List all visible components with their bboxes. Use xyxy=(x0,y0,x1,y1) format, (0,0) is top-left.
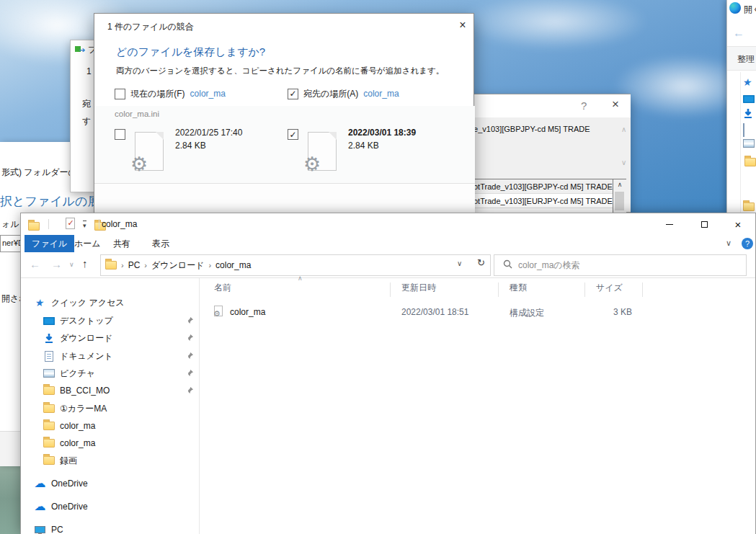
search-input[interactable]: color_maの検索 xyxy=(494,254,747,276)
desktop-icon xyxy=(43,315,55,326)
folder-icon xyxy=(105,261,117,270)
back-icon[interactable]: ← xyxy=(30,259,40,270)
up-icon[interactable]: ↑ xyxy=(82,258,88,269)
pin-icon xyxy=(186,334,194,344)
column-divider[interactable] xyxy=(642,282,643,297)
checkbox[interactable] xyxy=(115,89,125,99)
scrollbar-thumb[interactable] xyxy=(615,192,624,210)
folder-link[interactable]: color_ma xyxy=(363,89,399,99)
column-divider[interactable] xyxy=(498,282,499,297)
sidebar-item-desktop[interactable]: デスクトップ xyxy=(43,313,197,328)
folder-icon[interactable] xyxy=(744,158,756,166)
gear-icon: ⚙ xyxy=(130,155,148,174)
close-button[interactable]: × xyxy=(452,17,473,34)
sidebar-item-onedrive[interactable]: ☁ OneDrive xyxy=(34,476,197,491)
copy-dialog-text: 宛 xyxy=(82,98,91,110)
option-destination-location[interactable]: ✓ 宛先の場所(A) color_ma xyxy=(288,87,399,100)
sidebar-item-quick-access[interactable]: ★ クイック アクセス xyxy=(34,295,197,310)
checkbox[interactable] xyxy=(115,129,125,140)
pictures-icon[interactable] xyxy=(743,139,755,148)
file-comparison-section: color_ma.ini ⚙ 2022/01/25 17:40 2.84 KB … xyxy=(94,106,475,183)
folder-link[interactable]: color_ma xyxy=(190,89,226,99)
folder-icon[interactable] xyxy=(743,203,755,211)
column-divider[interactable] xyxy=(390,282,391,297)
organize-button[interactable]: 整理 xyxy=(737,53,755,66)
sidebar-item-downloads[interactable]: ダウンロード xyxy=(43,331,197,345)
close-icon: × xyxy=(459,19,466,31)
desktop-icon[interactable] xyxy=(743,95,755,103)
ini-file-icon: ⚙ xyxy=(135,132,164,171)
sidebar-item-folder[interactable]: ①カラーMA xyxy=(43,401,197,416)
search-icon xyxy=(503,259,512,272)
list-item[interactable]: otTrade_v103][GBPJPY-cd M5] TRADE xyxy=(468,179,613,194)
ini-file-icon: ⚙ xyxy=(308,132,337,171)
document-icon[interactable] xyxy=(743,123,744,137)
check-icon: ✓ xyxy=(67,219,74,227)
option-current-location[interactable]: 現在の場所(F) color_ma xyxy=(115,87,226,100)
download-icon[interactable] xyxy=(743,108,753,122)
quick-access-star-icon: ★ xyxy=(34,297,46,308)
ribbon-tabs: ファイル ホーム 共有 表示 ∨ ? xyxy=(21,235,755,252)
back-icon[interactable]: ← xyxy=(733,27,744,39)
sidebar-item-folder[interactable]: color_ma xyxy=(43,419,197,433)
file-conflict-dialog: 1 件のファイルの競合 × どのファイルを保存しますか? 両方のバージョンを選択… xyxy=(94,13,474,213)
help-icon[interactable]: ? xyxy=(581,100,587,111)
refresh-icon[interactable]: ↻ xyxy=(477,258,485,267)
tab-home[interactable]: ホーム xyxy=(67,235,108,252)
column-header-type[interactable]: 種類 xyxy=(510,282,527,294)
file-name[interactable]: color_ma xyxy=(230,307,265,317)
list-item[interactable]: otTrade_v103][EURJPY-cd M5] TRADE xyxy=(468,194,613,208)
dialog-title: 1 件のファイルの競合 xyxy=(107,21,194,33)
desktop: 形式) フォルダーの展開 択とファイルの展 ォルダ ner¥D 開され ➔ フ … xyxy=(0,0,756,534)
close-button[interactable]: × xyxy=(721,213,755,235)
recent-locations-icon[interactable]: ∨ xyxy=(69,262,74,268)
dialog-heading: どのファイルを保存しますか? xyxy=(116,45,265,59)
sidebar-item-pc[interactable]: PC xyxy=(34,522,197,534)
pin-icon xyxy=(186,316,194,326)
pc-icon xyxy=(34,524,46,534)
address-dropdown-icon[interactable]: ∨ xyxy=(457,260,462,267)
column-header-name[interactable]: 名前 xyxy=(214,282,231,294)
maximize-button[interactable] xyxy=(688,213,721,235)
scrollbar[interactable]: ∧ xyxy=(613,179,626,213)
file-date: 2022/01/25 17:40 xyxy=(175,128,242,138)
close-icon[interactable]: × xyxy=(612,98,619,110)
help-icon[interactable]: ? xyxy=(742,238,753,249)
forward-icon[interactable]: → xyxy=(51,259,62,270)
edge-open-dialog: 開く ← 整理 ★ xyxy=(726,0,756,213)
sidebar-item-folder[interactable]: 録画 xyxy=(43,453,197,468)
breadcrumb-item[interactable]: PC xyxy=(128,260,141,270)
column-header-date[interactable]: 更新日時 xyxy=(401,282,436,294)
sidebar-item-folder[interactable]: BB_CCI_MO xyxy=(43,383,197,398)
file-size: 2.84 KB xyxy=(175,141,206,151)
breadcrumb-item[interactable]: ダウンロード xyxy=(151,259,204,272)
pin-icon xyxy=(186,369,194,379)
scroll-down-icon[interactable]: ∨ xyxy=(621,159,626,166)
sidebar-item-onedrive[interactable]: ☁ OneDrive xyxy=(34,499,197,514)
scroll-up-icon[interactable]: ∧ xyxy=(613,179,626,190)
conflict-file-name: color_ma.ini xyxy=(115,110,159,118)
divider xyxy=(740,72,741,213)
sidebar-item-folder[interactable]: color_ma xyxy=(43,436,197,450)
checklist-icon[interactable]: ✓ xyxy=(66,218,75,229)
folder-icon xyxy=(43,385,55,396)
sidebar-item-documents[interactable]: ドキュメント xyxy=(43,349,197,363)
address-bar[interactable]: › PC › ダウンロード › color_ma xyxy=(100,254,491,276)
trade-dialog-window: ? × de_v103][GBPJPY-cd M5] TRADE ∧ ∨ otT… xyxy=(467,94,631,213)
folder-icon xyxy=(43,403,55,414)
breadcrumb-item[interactable]: color_ma xyxy=(215,260,251,270)
scroll-up-icon[interactable]: ∧ xyxy=(621,126,626,133)
ribbon-collapse-icon[interactable]: ∨ xyxy=(726,239,731,247)
minimize-button[interactable] xyxy=(653,213,686,235)
quick-access-star-icon[interactable]: ★ xyxy=(742,77,753,87)
edge-dialog-title: 開く xyxy=(744,4,756,16)
column-header-size[interactable]: サイズ xyxy=(596,282,623,294)
tab-share[interactable]: 共有 xyxy=(106,235,138,252)
column-divider[interactable] xyxy=(584,282,585,297)
sidebar-item-pictures[interactable]: ピクチャ xyxy=(43,366,197,381)
checkbox[interactable]: ✓ xyxy=(288,89,298,99)
tab-view[interactable]: 表示 xyxy=(145,235,177,252)
toolbar-customize-icon[interactable]: ▾ xyxy=(83,221,86,229)
explorer-titlebar[interactable]: ✓ ▾ color_ma × xyxy=(21,213,755,235)
checkbox[interactable]: ✓ xyxy=(288,129,298,140)
